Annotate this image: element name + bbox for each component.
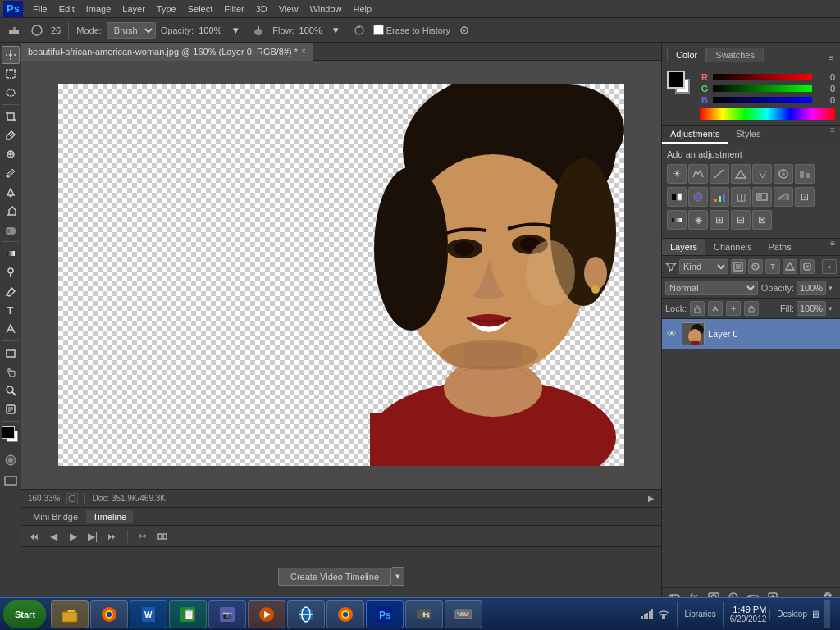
color-panel-options[interactable]: ≡ xyxy=(827,52,835,64)
timeline-cut[interactable]: ✂ xyxy=(135,529,150,544)
layer-item-0[interactable]: 👁 Layer 0 xyxy=(662,319,840,349)
layer-filter-select[interactable]: Kind Name Effect Mode Attribute Color Sm… xyxy=(679,259,728,274)
status-icon[interactable] xyxy=(66,493,78,504)
menu-layer[interactable]: Layer xyxy=(117,2,150,16)
layer-filter-pixel[interactable] xyxy=(731,259,746,274)
fill-dropdown[interactable]: ▾ xyxy=(829,304,837,313)
taskbar-ie[interactable] xyxy=(287,600,325,628)
adj-hue-saturation[interactable] xyxy=(774,164,793,184)
adj-icon5[interactable]: ⊠ xyxy=(752,210,772,230)
foreground-color[interactable] xyxy=(2,426,15,439)
opacity-dropdown-icon[interactable]: ▾ xyxy=(226,21,244,39)
menu-view[interactable]: View xyxy=(274,2,304,16)
timeline-tab[interactable]: Timeline xyxy=(86,510,133,523)
menu-file[interactable]: File xyxy=(28,2,52,16)
status-arrow[interactable]: ▶ xyxy=(648,494,655,503)
color-tab[interactable]: Color xyxy=(667,48,706,62)
taskbar-file-explorer[interactable] xyxy=(51,600,89,628)
layer-visibility-toggle[interactable]: 👁 xyxy=(665,327,678,340)
taskbar-photoshop[interactable]: Ps xyxy=(366,600,404,628)
adj-gradient-map[interactable] xyxy=(667,210,687,230)
menu-help[interactable]: Help xyxy=(349,2,377,16)
adj-icon3[interactable]: ⊞ xyxy=(710,210,729,230)
eyedropper-tool[interactable] xyxy=(2,126,20,144)
crop-tool[interactable] xyxy=(2,107,20,126)
color-spectrum[interactable] xyxy=(700,108,835,120)
adj-channel-mixer[interactable] xyxy=(710,187,729,207)
paths-tab[interactable]: Paths xyxy=(760,239,800,255)
lock-position[interactable] xyxy=(726,301,741,316)
layer-filter-type[interactable]: T xyxy=(765,259,780,274)
lock-all[interactable] xyxy=(744,301,759,316)
bottom-panel-collapse[interactable]: — xyxy=(647,512,656,522)
adj-photo-filter[interactable] xyxy=(688,187,708,207)
document-tab[interactable]: beautiful-african-american-woman.jpg @ 1… xyxy=(21,43,313,61)
r-slider[interactable] xyxy=(713,74,812,80)
clone-stamp-tool[interactable] xyxy=(2,183,20,201)
lasso-tool[interactable] xyxy=(2,84,20,102)
b-slider[interactable] xyxy=(713,97,812,103)
adj-levels[interactable] xyxy=(688,164,708,184)
screen-mode-icon[interactable] xyxy=(2,472,20,490)
timeline-last-frame[interactable]: ⏭ xyxy=(105,529,120,544)
history-brush-tool[interactable] xyxy=(2,202,20,220)
flow-dropdown-icon[interactable]: ▾ xyxy=(327,21,345,39)
menu-filter[interactable]: Filter xyxy=(219,2,249,16)
menu-edit[interactable]: Edit xyxy=(54,2,80,16)
lock-image-pixels[interactable] xyxy=(708,301,723,316)
timeline-prev-frame[interactable]: ◀ xyxy=(46,529,61,544)
adj-icon4[interactable]: ⊟ xyxy=(731,210,751,230)
adj-color-balance[interactable] xyxy=(795,164,815,184)
blend-mode-select[interactable]: Normal Dissolve Multiply Screen Overlay xyxy=(665,281,758,295)
adj-color-lookup[interactable]: ◫ xyxy=(731,187,751,207)
layers-tab[interactable]: Layers xyxy=(662,239,705,255)
healing-brush-tool[interactable] xyxy=(2,145,20,163)
dodge-tool[interactable] xyxy=(2,263,20,281)
move-tool[interactable] xyxy=(2,46,20,64)
styles-tab[interactable]: Styles xyxy=(728,126,769,144)
g-slider[interactable] xyxy=(713,85,812,92)
opacity-input[interactable] xyxy=(797,281,826,295)
create-video-timeline-button[interactable]: Create Video Timeline xyxy=(278,568,391,586)
adjustments-tab[interactable]: Adjustments xyxy=(662,126,728,144)
taskbar-app4[interactable]: 📋 xyxy=(169,600,207,628)
fill-input[interactable] xyxy=(797,301,826,316)
text-tool[interactable]: T xyxy=(2,301,20,319)
quick-mask-icon[interactable] xyxy=(2,451,20,469)
desktop-icon[interactable]: 🖥 xyxy=(810,609,820,620)
taskbar-media-player[interactable] xyxy=(248,600,285,628)
brush-tool[interactable] xyxy=(2,164,20,182)
zoom-tool[interactable] xyxy=(2,381,20,399)
menu-select[interactable]: Select xyxy=(183,2,218,16)
layer-filter-adjustment[interactable] xyxy=(748,259,763,274)
rectangle-select-tool[interactable] xyxy=(2,65,20,83)
timeline-first-frame[interactable]: ⏮ xyxy=(26,529,41,544)
eraser-tool[interactable] xyxy=(2,221,20,239)
pen-tool[interactable] xyxy=(2,282,20,300)
menu-image[interactable]: Image xyxy=(81,2,116,16)
settings-icon[interactable] xyxy=(455,21,473,39)
taskbar-firefox[interactable] xyxy=(90,600,128,628)
opacity-dropdown[interactable]: ▾ xyxy=(829,284,837,292)
erase-to-history-checkbox[interactable] xyxy=(373,25,384,35)
adj-threshold[interactable]: ⊡ xyxy=(795,187,815,207)
rectangle-shape-tool[interactable] xyxy=(2,344,20,362)
adj-exposure[interactable] xyxy=(731,164,751,184)
layer-filter-shape[interactable] xyxy=(783,259,797,274)
menu-window[interactable]: Window xyxy=(304,2,346,16)
timeline-split[interactable] xyxy=(155,529,170,544)
airbrush-icon[interactable] xyxy=(249,21,267,39)
layer-filter-smart[interactable] xyxy=(800,259,815,274)
eraser-tool-icon[interactable] xyxy=(5,21,23,39)
layers-panel-options[interactable]: ≡ xyxy=(825,239,840,255)
adj-posterize[interactable] xyxy=(774,187,793,207)
lock-transparent-pixels[interactable] xyxy=(690,301,705,316)
channels-tab[interactable]: Channels xyxy=(705,239,760,255)
note-tool[interactable] xyxy=(2,400,20,418)
adj-black-white[interactable] xyxy=(667,187,687,207)
show-desktop-button[interactable] xyxy=(824,600,830,628)
adj-vibrance[interactable]: ▽ xyxy=(752,164,772,184)
mini-bridge-tab[interactable]: Mini Bridge xyxy=(26,510,84,523)
document-tab-close[interactable]: × xyxy=(301,47,306,56)
swatches-tab[interactable]: Swatches xyxy=(706,48,764,62)
